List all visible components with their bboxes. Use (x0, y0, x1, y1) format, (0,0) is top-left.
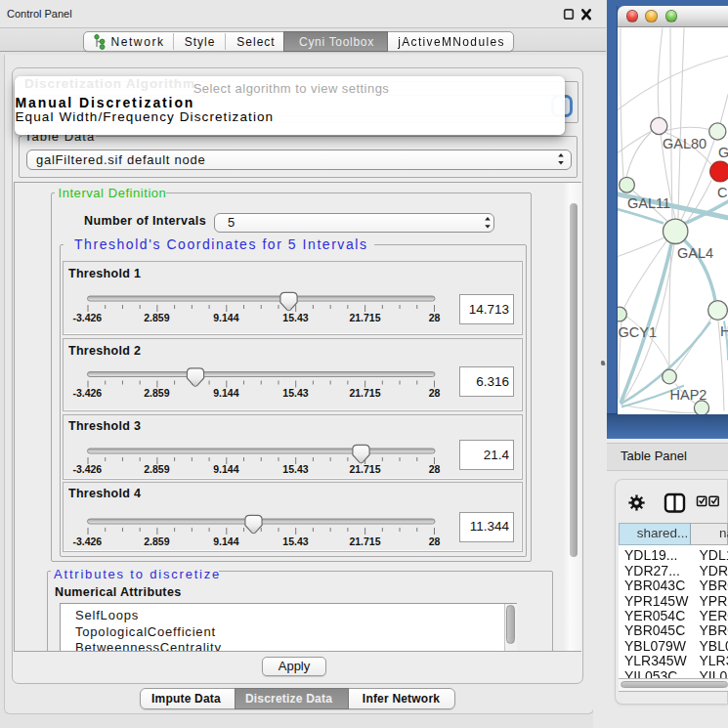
svg-text:HAP2: HAP2 (670, 387, 707, 403)
svg-text:GCY1: GCY1 (619, 324, 658, 340)
svg-text:GAL11: GAL11 (627, 195, 670, 211)
svg-text:CDC: CDC (717, 185, 728, 200)
svg-text:HAP: HAP (720, 323, 728, 339)
svg-text:GAL4: GAL4 (677, 245, 713, 261)
svg-text:GAL80: GAL80 (663, 136, 707, 151)
svg-text:GAL2: GAL2 (718, 145, 728, 160)
